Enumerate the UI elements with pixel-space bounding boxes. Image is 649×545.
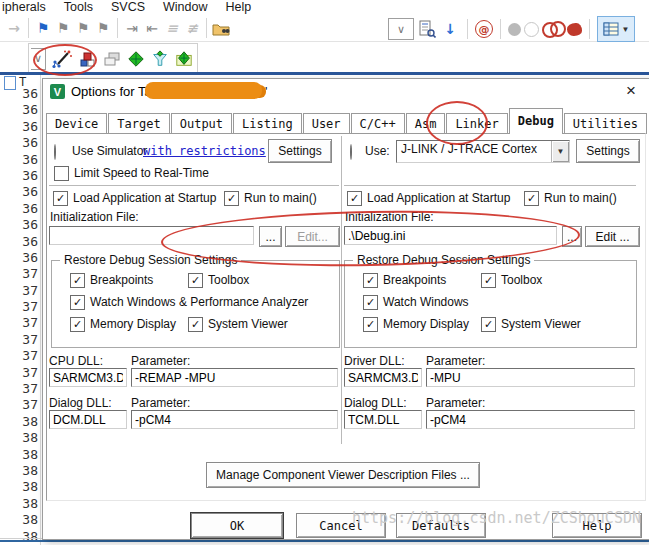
books-icon[interactable] bbox=[174, 49, 194, 69]
tab-output[interactable]: Output bbox=[171, 113, 232, 134]
line-number: 38 bbox=[0, 414, 38, 430]
restore-group-title-left: Restore Debug Session Settings bbox=[60, 253, 241, 267]
cpu-param-input[interactable] bbox=[131, 368, 338, 387]
comment-selection-icon[interactable]: ≡ bbox=[162, 18, 182, 38]
cancel-button[interactable]: Cancel bbox=[296, 513, 386, 538]
debugger-select[interactable]: J-LINK / J-TRACE Cortex ▼ bbox=[396, 140, 570, 163]
watch-dropdown[interactable]: ∨ bbox=[388, 18, 414, 40]
manage-components-icon[interactable] bbox=[78, 49, 98, 69]
ok-button[interactable]: OK bbox=[191, 513, 283, 538]
target-select-dropdown[interactable]: ∨ bbox=[31, 48, 46, 70]
multiple-projects-icon[interactable] bbox=[102, 49, 122, 69]
breakpoints-checkbox-right[interactable]: ✓ Breakpoints bbox=[363, 273, 446, 288]
chevron-down-icon[interactable]: ▼ bbox=[551, 141, 569, 162]
cpu-dll-input[interactable] bbox=[49, 368, 127, 387]
kill-breakpoints-icon[interactable] bbox=[567, 23, 582, 36]
browse-button-left[interactable]: ... bbox=[259, 226, 282, 247]
load-app-checkbox-right[interactable]: ✓ Load Application at Startup bbox=[347, 191, 510, 206]
run-to-main-checkbox-left[interactable]: ✓ Run to main() bbox=[224, 191, 317, 206]
system-viewer-checkbox-right[interactable]: ✓ System Viewer bbox=[481, 317, 581, 332]
breakpoints-checkbox-left[interactable]: ✓ Breakpoints bbox=[70, 273, 153, 288]
dialog-dll-input-left[interactable] bbox=[49, 410, 127, 429]
toolbox-checkbox-right[interactable]: ✓ Toolbox bbox=[481, 273, 542, 288]
dialog-param-input-left[interactable] bbox=[131, 410, 338, 429]
parameter-label-right-1: Parameter: bbox=[426, 354, 485, 368]
debugger-settings-button[interactable]: Settings bbox=[576, 139, 640, 163]
enable-breakpoints-icon[interactable] bbox=[542, 21, 564, 37]
limit-speed-checkbox[interactable]: ✓ Limit Speed to Real-Time bbox=[54, 166, 209, 181]
dialog-title-bar[interactable]: V Options for Target ' × bbox=[43, 79, 649, 106]
driver-param-input[interactable] bbox=[426, 368, 635, 387]
navigate-forward-icon[interactable]: → bbox=[4, 18, 24, 38]
bookmark-next-icon[interactable]: ⚑ bbox=[73, 18, 93, 38]
edit-button-right[interactable]: Edit ... bbox=[585, 226, 640, 247]
toolbox-checkbox-left[interactable]: ✓ Toolbox bbox=[188, 273, 249, 288]
find-in-files-icon[interactable] bbox=[211, 18, 231, 38]
driver-dll-input[interactable] bbox=[344, 368, 422, 387]
tab-listing[interactable]: Listing bbox=[233, 113, 302, 134]
load-app-checkbox-left[interactable]: ✓ Load Application at Startup bbox=[53, 191, 216, 206]
breakpoints-label: Breakpoints bbox=[90, 273, 153, 287]
project-targets-icon[interactable] bbox=[126, 49, 146, 69]
menu-item-help[interactable]: Help bbox=[223, 0, 253, 14]
use-simulator-radio[interactable] bbox=[54, 144, 56, 160]
tab-c-c[interactable]: C/C++ bbox=[351, 113, 405, 134]
breakpoint-outline-icon[interactable] bbox=[524, 22, 539, 37]
system-viewer-checkbox-left[interactable]: ✓ System Viewer bbox=[188, 317, 288, 332]
load-analysis-icon[interactable]: ↓ bbox=[440, 19, 460, 39]
line-number: 36 bbox=[0, 168, 38, 184]
run-to-main-checkbox-right[interactable]: ✓ Run to main() bbox=[524, 191, 617, 206]
options-for-target-icon[interactable] bbox=[50, 49, 74, 69]
indent-left-icon[interactable]: ⇤ bbox=[142, 18, 162, 38]
watch-windows-checkbox-right[interactable]: ✓ Watch Windows bbox=[363, 295, 469, 310]
init-file-input-left[interactable] bbox=[49, 226, 254, 245]
line-number: 38 bbox=[0, 463, 38, 479]
use-target-driver-radio[interactable] bbox=[350, 144, 352, 160]
run-to-main-label: Run to main() bbox=[544, 191, 617, 205]
menu-item-ipherals[interactable]: ipherals bbox=[0, 0, 48, 14]
breakpoint-gray-icon[interactable] bbox=[508, 23, 521, 36]
find-at-icon[interactable]: @ bbox=[475, 20, 493, 38]
parameter-label-right-2: Parameter: bbox=[426, 396, 485, 410]
edit-button-left[interactable]: Edit... bbox=[285, 226, 340, 247]
memory-display-checkbox-right[interactable]: ✓ Memory Display bbox=[363, 317, 469, 332]
tab-utilities[interactable]: Utilities bbox=[564, 113, 647, 134]
line-number: 37 bbox=[0, 266, 38, 282]
bookmark-toggle-icon[interactable]: ⚑ bbox=[33, 18, 53, 38]
tab-device[interactable]: Device bbox=[46, 113, 107, 134]
defaults-button[interactable]: Defaults bbox=[396, 513, 486, 538]
with-restrictions-link[interactable]: with restrictions bbox=[143, 144, 266, 158]
menu-item-svcs[interactable]: SVCS bbox=[109, 0, 147, 14]
watch-windows-label: Watch Windows & Performance Analyzer bbox=[90, 295, 308, 309]
browse-button-right[interactable]: ... bbox=[562, 226, 582, 247]
restore-group-left: Restore Debug Session Settings ✓ Breakpo… bbox=[51, 260, 340, 348]
menu-item-window[interactable]: Window bbox=[161, 0, 209, 14]
indent-right-icon[interactable]: ⇥ bbox=[122, 18, 142, 38]
close-icon[interactable]: × bbox=[621, 81, 641, 101]
menu-bar: ipheralsToolsSVCSWindowHelp bbox=[0, 0, 649, 14]
menu-item-tools[interactable]: Tools bbox=[62, 0, 95, 14]
parameter-label-left-2: Parameter: bbox=[131, 396, 190, 410]
watch-windows-checkbox-left[interactable]: ✓ Watch Windows & Performance Analyzer bbox=[70, 295, 308, 310]
simulator-settings-button[interactable]: Settings bbox=[268, 139, 332, 163]
tab-target[interactable]: Target bbox=[108, 113, 169, 134]
memory-display-checkbox-left[interactable]: ✓ Memory Display bbox=[70, 317, 176, 332]
line-number: 37 bbox=[0, 315, 38, 331]
bookmark-prev-icon[interactable]: ⚑ bbox=[53, 18, 73, 38]
window-layout-button[interactable]: ▼ bbox=[597, 16, 635, 42]
memory-window-icon[interactable] bbox=[417, 19, 437, 39]
file-extensions-icon[interactable] bbox=[150, 49, 170, 69]
line-number: 37 bbox=[0, 348, 38, 364]
uncomment-selection-icon[interactable]: ≢ bbox=[182, 18, 202, 38]
manage-component-viewer-button[interactable]: Manage Component Viewer Description File… bbox=[206, 462, 480, 488]
init-file-input-right[interactable] bbox=[344, 226, 557, 245]
tab-linker[interactable]: Linker bbox=[446, 113, 507, 134]
help-button[interactable]: Help bbox=[552, 513, 642, 538]
tab-debug[interactable]: Debug bbox=[509, 108, 563, 134]
tab-asm[interactable]: Asm bbox=[406, 113, 446, 134]
dialog-dll-input-right[interactable] bbox=[344, 410, 422, 429]
line-number: 36 bbox=[0, 234, 38, 250]
bookmark-clear-icon[interactable]: ⚑ bbox=[93, 18, 113, 38]
tab-user[interactable]: User bbox=[303, 113, 350, 134]
dialog-param-input-right[interactable] bbox=[426, 410, 635, 429]
